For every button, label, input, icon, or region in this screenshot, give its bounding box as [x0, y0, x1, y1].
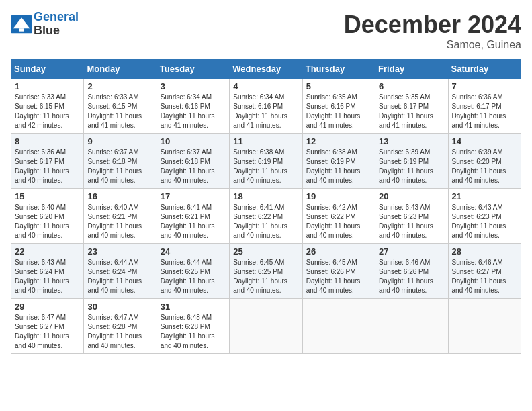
day-number: 10 — [161, 136, 226, 146]
day-info: Sunrise: 6:39 AMSunset: 6:20 PMDaylight:… — [452, 148, 517, 185]
calendar-cell: 30Sunrise: 6:47 AMSunset: 6:28 PMDayligh… — [84, 299, 157, 354]
calendar-cell: 19Sunrise: 6:42 AMSunset: 6:22 PMDayligh… — [302, 189, 375, 244]
day-number: 2 — [87, 81, 152, 91]
day-number: 20 — [379, 191, 444, 201]
calendar-cell: 26Sunrise: 6:45 AMSunset: 6:26 PMDayligh… — [302, 244, 375, 299]
day-number: 6 — [379, 81, 444, 91]
calendar-cell: 17Sunrise: 6:41 AMSunset: 6:21 PMDayligh… — [157, 189, 229, 244]
day-info: Sunrise: 6:33 AMSunset: 6:15 PMDaylight:… — [15, 93, 80, 130]
calendar-cell: 25Sunrise: 6:45 AMSunset: 6:25 PMDayligh… — [230, 244, 302, 299]
calendar-week-row: 15Sunrise: 6:40 AMSunset: 6:20 PMDayligh… — [11, 189, 521, 244]
svg-rect-2 — [19, 28, 24, 31]
calendar-cell: 28Sunrise: 6:46 AMSunset: 6:27 PMDayligh… — [448, 244, 521, 299]
day-number: 7 — [452, 81, 517, 91]
day-number: 22 — [15, 246, 80, 257]
day-number: 17 — [161, 191, 226, 201]
calendar-cell: 21Sunrise: 6:43 AMSunset: 6:23 PMDayligh… — [448, 189, 521, 244]
day-number: 16 — [87, 191, 152, 201]
day-number: 8 — [15, 136, 80, 146]
calendar-cell — [230, 299, 302, 354]
day-info: Sunrise: 6:46 AMSunset: 6:27 PMDaylight:… — [452, 258, 517, 295]
month-title: December 2024 — [344, 11, 521, 39]
calendar-cell: 29Sunrise: 6:47 AMSunset: 6:27 PMDayligh… — [11, 299, 84, 354]
calendar-cell — [302, 299, 375, 354]
day-info: Sunrise: 6:43 AMSunset: 6:23 PMDaylight:… — [379, 203, 444, 240]
calendar-cell: 1Sunrise: 6:33 AMSunset: 6:15 PMDaylight… — [11, 79, 84, 134]
day-number: 11 — [233, 136, 298, 146]
day-info: Sunrise: 6:33 AMSunset: 6:15 PMDaylight:… — [87, 93, 152, 130]
day-info: Sunrise: 6:41 AMSunset: 6:22 PMDaylight:… — [233, 203, 298, 240]
day-of-week-header: Saturday — [448, 60, 521, 79]
day-info: Sunrise: 6:34 AMSunset: 6:16 PMDaylight:… — [233, 93, 298, 130]
day-number: 15 — [15, 191, 80, 201]
calendar-week-row: 22Sunrise: 6:43 AMSunset: 6:24 PMDayligh… — [11, 244, 521, 299]
day-info: Sunrise: 6:47 AMSunset: 6:27 PMDaylight:… — [15, 313, 80, 351]
day-of-week-header: Thursday — [302, 60, 375, 79]
calendar-cell: 24Sunrise: 6:44 AMSunset: 6:25 PMDayligh… — [157, 244, 229, 299]
calendar-header-row: SundayMondayTuesdayWednesdayThursdayFrid… — [11, 60, 521, 79]
day-number: 31 — [161, 302, 226, 312]
calendar-cell: 12Sunrise: 6:38 AMSunset: 6:19 PMDayligh… — [302, 134, 375, 189]
calendar-cell: 22Sunrise: 6:43 AMSunset: 6:24 PMDayligh… — [11, 244, 84, 299]
day-number: 3 — [161, 81, 226, 91]
calendar-week-row: 1Sunrise: 6:33 AMSunset: 6:15 PMDaylight… — [11, 79, 521, 134]
day-number: 18 — [233, 191, 298, 201]
day-number: 23 — [87, 246, 152, 257]
day-info: Sunrise: 6:44 AMSunset: 6:24 PMDaylight:… — [87, 258, 152, 295]
day-number: 24 — [161, 246, 226, 257]
day-info: Sunrise: 6:38 AMSunset: 6:19 PMDaylight:… — [306, 148, 371, 185]
day-info: Sunrise: 6:36 AMSunset: 6:17 PMDaylight:… — [452, 93, 517, 130]
logo-line1: General — [34, 10, 79, 24]
day-info: Sunrise: 6:38 AMSunset: 6:19 PMDaylight:… — [233, 148, 298, 185]
logo-icon — [11, 15, 32, 34]
day-number: 13 — [379, 136, 444, 146]
title-block: December 2024 Samoe, Guinea — [344, 11, 521, 51]
day-of-week-header: Tuesday — [157, 60, 229, 79]
day-info: Sunrise: 6:45 AMSunset: 6:25 PMDaylight:… — [233, 258, 298, 295]
day-number: 29 — [15, 302, 80, 312]
day-number: 19 — [306, 191, 371, 201]
calendar-cell: 23Sunrise: 6:44 AMSunset: 6:24 PMDayligh… — [84, 244, 157, 299]
day-of-week-header: Friday — [375, 60, 448, 79]
day-number: 4 — [233, 81, 298, 91]
day-info: Sunrise: 6:39 AMSunset: 6:19 PMDaylight:… — [379, 148, 444, 185]
logo-line2: Blue — [34, 24, 79, 38]
location: Samoe, Guinea — [344, 39, 521, 51]
calendar-week-row: 8Sunrise: 6:36 AMSunset: 6:17 PMDaylight… — [11, 134, 521, 189]
day-info: Sunrise: 6:48 AMSunset: 6:28 PMDaylight:… — [161, 313, 226, 351]
day-info: Sunrise: 6:37 AMSunset: 6:18 PMDaylight:… — [161, 148, 226, 185]
calendar: SundayMondayTuesdayWednesdayThursdayFrid… — [11, 59, 521, 354]
day-info: Sunrise: 6:43 AMSunset: 6:23 PMDaylight:… — [452, 203, 517, 240]
calendar-cell: 8Sunrise: 6:36 AMSunset: 6:17 PMDaylight… — [11, 134, 84, 189]
day-info: Sunrise: 6:43 AMSunset: 6:24 PMDaylight:… — [15, 258, 80, 295]
day-of-week-header: Monday — [84, 60, 157, 79]
day-info: Sunrise: 6:47 AMSunset: 6:28 PMDaylight:… — [87, 313, 152, 351]
day-info: Sunrise: 6:36 AMSunset: 6:17 PMDaylight:… — [15, 148, 80, 185]
day-number: 9 — [87, 136, 152, 146]
calendar-cell: 10Sunrise: 6:37 AMSunset: 6:18 PMDayligh… — [157, 134, 229, 189]
day-info: Sunrise: 6:40 AMSunset: 6:20 PMDaylight:… — [15, 203, 80, 240]
calendar-cell: 18Sunrise: 6:41 AMSunset: 6:22 PMDayligh… — [230, 189, 302, 244]
calendar-cell: 3Sunrise: 6:34 AMSunset: 6:16 PMDaylight… — [157, 79, 229, 134]
calendar-cell — [448, 299, 521, 354]
calendar-cell: 13Sunrise: 6:39 AMSunset: 6:19 PMDayligh… — [375, 134, 448, 189]
calendar-cell — [375, 299, 448, 354]
day-info: Sunrise: 6:45 AMSunset: 6:26 PMDaylight:… — [306, 258, 371, 295]
calendar-cell: 27Sunrise: 6:46 AMSunset: 6:26 PMDayligh… — [375, 244, 448, 299]
day-number: 28 — [452, 246, 517, 257]
calendar-cell: 4Sunrise: 6:34 AMSunset: 6:16 PMDaylight… — [230, 79, 302, 134]
page-header: General Blue December 2024 Samoe, Guinea — [11, 11, 521, 51]
calendar-cell: 31Sunrise: 6:48 AMSunset: 6:28 PMDayligh… — [157, 299, 229, 354]
logo-text: General Blue — [34, 11, 79, 38]
day-of-week-header: Sunday — [11, 60, 84, 79]
day-info: Sunrise: 6:40 AMSunset: 6:21 PMDaylight:… — [87, 203, 152, 240]
day-info: Sunrise: 6:44 AMSunset: 6:25 PMDaylight:… — [161, 258, 226, 295]
calendar-cell: 16Sunrise: 6:40 AMSunset: 6:21 PMDayligh… — [84, 189, 157, 244]
day-number: 21 — [452, 191, 517, 201]
day-info: Sunrise: 6:34 AMSunset: 6:16 PMDaylight:… — [161, 93, 226, 130]
calendar-cell: 9Sunrise: 6:37 AMSunset: 6:18 PMDaylight… — [84, 134, 157, 189]
day-number: 30 — [87, 302, 152, 312]
day-number: 5 — [306, 81, 371, 91]
day-of-week-header: Wednesday — [230, 60, 302, 79]
day-number: 14 — [452, 136, 517, 146]
